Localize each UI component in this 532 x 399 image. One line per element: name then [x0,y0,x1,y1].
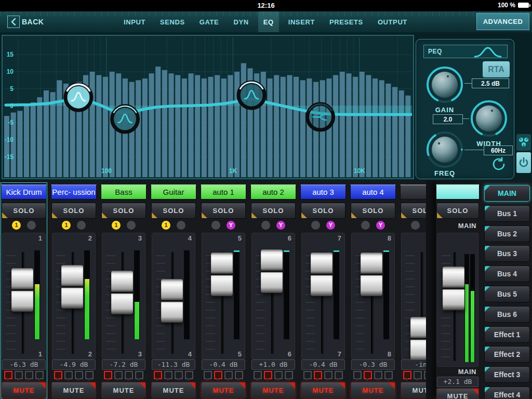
bus-button-effect-4[interactable]: Effect 4 [484,387,530,399]
fader-handle[interactable] [211,252,233,296]
assign-indicator-active[interactable] [314,371,322,379]
mute-button[interactable]: MUTE [251,382,296,398]
rta-button[interactable]: RTA [483,61,510,77]
bus-button-main[interactable]: MAIN [484,185,530,202]
assign-indicator[interactable] [114,371,123,379]
tab-output[interactable]: OUTPUT [373,11,413,32]
assign-indicator[interactable] [324,371,332,379]
mixer-view-button[interactable] [516,134,531,151]
assign-indicator[interactable] [414,371,422,379]
eq-band-handle-4[interactable] [308,104,334,130]
assign-indicator-active[interactable] [264,371,272,379]
fader-handle[interactable] [11,268,33,312]
solo-button[interactable]: SOLO [301,203,345,219]
assign-indicator[interactable] [15,371,23,379]
master-fader-handle[interactable] [443,267,464,310]
channel-label[interactable]: auto 1 [201,184,246,200]
bus-button-bus-5[interactable]: Bus 5 [484,286,530,302]
fader-handle[interactable] [61,265,83,309]
bus-button-bus-3[interactable]: Bus 3 [484,245,530,262]
bus-button-bus-4[interactable]: Bus 4 [484,265,530,282]
assign-indicator-active[interactable] [54,371,62,379]
assign-indicator[interactable] [254,371,262,379]
power-button[interactable] [516,152,531,173]
assign-indicator[interactable] [164,371,172,379]
channel-label[interactable]: auto 3 [300,184,346,200]
gain-knob[interactable] [425,65,464,104]
assign-indicator[interactable] [75,371,83,379]
solo-button[interactable]: SOLO [101,203,146,219]
tab-presets[interactable]: PRESETS [324,11,368,32]
assign-indicator[interactable] [25,371,33,379]
bus-button-bus-6[interactable]: Bus 6 [484,306,530,323]
assign-indicator[interactable] [125,371,133,379]
eq-band-handle-2[interactable] [112,106,138,132]
bus-button-bus-1[interactable]: Bus 1 [484,205,530,222]
tab-input[interactable]: INPUT [118,11,151,32]
eq-band-handle-1[interactable] [65,84,91,110]
fader-handle[interactable] [361,252,382,296]
channel-label[interactable]: Perc- ussion [51,184,97,200]
assign-indicator[interactable] [374,371,382,379]
reset-button[interactable] [488,154,510,175]
fader-handle[interactable] [161,279,183,323]
assign-indicator[interactable] [85,371,94,379]
assign-indicator-active[interactable] [403,371,411,379]
solo-button[interactable]: SOLO [151,203,196,219]
solo-button[interactable]: SOLO [51,203,96,219]
assign-indicator[interactable] [135,371,143,379]
solo-button[interactable]: SOLO [251,203,296,219]
assign-indicator[interactable] [224,371,233,379]
channel-label[interactable]: auto 4 [350,184,396,200]
mute-button[interactable]: MUTE [151,382,196,398]
assign-indicator[interactable] [303,371,312,379]
width-knob[interactable] [469,99,509,138]
assign-indicator-active[interactable] [214,371,222,379]
master-mute-button[interactable]: MUTE [436,388,479,399]
fader-handle[interactable] [311,252,332,296]
assign-indicator[interactable] [235,371,243,379]
channel-label[interactable]: auto 2 [250,184,296,200]
bus-button-bus-2[interactable]: Bus 2 [484,225,530,242]
assign-indicator[interactable] [353,371,362,379]
master-label[interactable] [436,184,480,200]
assign-indicator[interactable] [335,371,343,379]
tab-insert[interactable]: INSERT [283,11,320,32]
assign-indicator[interactable] [384,371,393,379]
freq-knob[interactable] [425,130,464,169]
master-solo-button[interactable]: SOLO [436,203,479,219]
fader-handle[interactable] [111,271,133,314]
assign-indicator[interactable] [35,371,44,379]
mute-button[interactable]: MUTE [101,382,146,398]
tab-sends[interactable]: SENDS [155,11,190,32]
assign-indicator-active[interactable] [4,371,12,379]
assign-indicator[interactable] [64,371,73,379]
mute-button[interactable]: MUTE [51,382,96,398]
solo-button[interactable]: SOLO [201,203,246,219]
tab-eq[interactable]: EQ [258,11,279,32]
eq-band-handle-3[interactable] [238,82,264,108]
mute-button[interactable]: MUTE [351,382,395,398]
bus-button-effect-1[interactable]: Effect 1 [484,326,530,343]
assign-indicator[interactable] [285,371,293,379]
assign-indicator[interactable] [204,371,212,379]
tab-gate[interactable]: GATE [194,11,224,32]
bus-button-effect-3[interactable]: Effect 3 [484,366,530,383]
bus-button-effect-2[interactable]: Effect 2 [484,346,530,363]
tab-dyn[interactable]: DYN [228,11,254,32]
solo-button[interactable]: SOLO [351,203,395,219]
assign-indicator-active[interactable] [154,371,162,379]
mute-button[interactable]: MUTE [2,382,46,398]
advanced-button[interactable]: ADVANCED [476,13,529,30]
channel-label[interactable]: Bass [101,184,147,200]
mute-button[interactable]: MUTE [301,382,345,398]
assign-indicator[interactable] [175,371,183,379]
channel-label[interactable]: Kick Drum [1,184,47,200]
fader-handle[interactable] [261,249,283,293]
back-button[interactable]: BACK [7,11,44,32]
assign-indicator[interactable] [185,371,193,379]
assign-indicator-active[interactable] [104,371,112,379]
solo-button[interactable]: SOLO [2,203,46,219]
channel-label[interactable]: Guitar [151,184,196,200]
assign-indicator-active[interactable] [364,371,372,379]
